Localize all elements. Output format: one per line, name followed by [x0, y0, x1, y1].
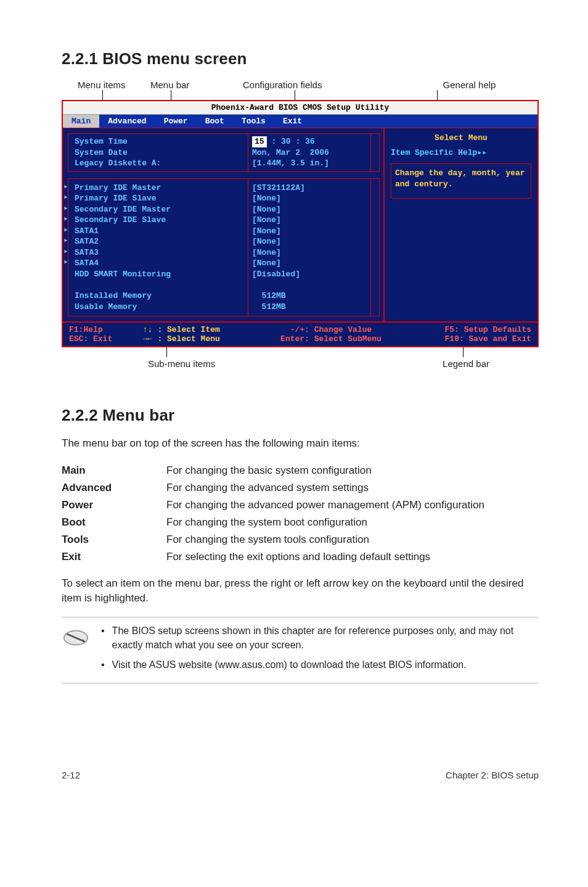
menu-definitions: MainFor changing the basic system config… — [62, 462, 484, 566]
label-config-fields: Configuration fields — [243, 80, 400, 90]
val-sata4: [None] — [252, 258, 281, 269]
def-desc-tools: For changing the system tools configurat… — [166, 531, 484, 548]
val-sata2: [None] — [252, 236, 281, 247]
note-icon — [62, 624, 90, 652]
def-term-power: Power — [62, 497, 166, 514]
tab-main[interactable]: Main — [63, 115, 99, 128]
tab-exit[interactable]: Exit — [274, 115, 311, 128]
val-hdd-smart: [Disabled] — [252, 269, 300, 280]
top-labels: Menu items Menu bar Configuration fields… — [62, 80, 539, 90]
footer-chapter: Chapter 2: BIOS setup — [446, 770, 539, 780]
para-select: To select an item on the menu bar, press… — [62, 576, 539, 606]
def-term-main: Main — [62, 462, 166, 479]
tab-advanced[interactable]: Advanced — [99, 115, 155, 128]
label-menu-items: Menu items — [78, 80, 150, 90]
legend-esc: ESC: Exit — [69, 334, 143, 344]
legend-f5: F5: Setup Defaults — [414, 325, 531, 334]
val-sata3: [None] — [252, 247, 281, 258]
def-desc-advanced: For changing the advanced system setting… — [166, 479, 484, 497]
note-1: The BIOS setup screens shown in this cha… — [112, 624, 539, 652]
help-text: Change the day, month, year and century. — [391, 163, 531, 199]
item-sata3[interactable]: SATA3 — [75, 247, 198, 258]
legend-select-menu: →← : Select Menu — [143, 334, 248, 344]
def-desc-main: For changing the basic system configurat… — [166, 462, 484, 479]
item-sata4[interactable]: SATA4 — [75, 258, 198, 269]
tab-tools[interactable]: Tools — [233, 115, 274, 128]
bios-title: Phoenix-Award BIOS CMOS Setup Utility — [63, 101, 537, 115]
footer-page-number: 2-12 — [62, 770, 80, 780]
def-term-exit: Exit — [62, 548, 166, 566]
item-secondary-ide-slave[interactable]: Secondary IDE Slave — [75, 215, 198, 226]
note-2: Visit the ASUS website (www.asus.com) to… — [112, 658, 467, 672]
item-usable-memory: Usable Memory — [75, 302, 198, 313]
val-legacy-diskette: [1.44M, 3.5 in.] — [252, 158, 329, 169]
def-desc-boot: For changing the system boot configurati… — [166, 514, 484, 531]
tab-power[interactable]: Power — [155, 115, 197, 128]
heading-221: 2.2.1 BIOS menu screen — [62, 49, 539, 68]
item-hdd-smart[interactable]: HDD SMART Monitoring — [75, 269, 198, 280]
item-secondary-ide-master[interactable]: Secondary IDE Master — [75, 204, 198, 215]
label-sub-menu-items: Sub-menu items — [148, 358, 215, 369]
val-primary-ide-master: [ST321122A] — [252, 183, 305, 194]
tab-boot[interactable]: Boot — [197, 115, 233, 128]
item-legacy-diskette[interactable]: Legacy Diskette A: — [75, 158, 198, 169]
legend-change-value: -/+: Change Value — [248, 325, 414, 334]
val-secondary-ide-master: [None] — [252, 204, 281, 215]
help-title: Select Menu — [391, 133, 531, 142]
def-term-advanced: Advanced — [62, 479, 166, 497]
val-time-rest: : 30 : 36 — [267, 137, 315, 146]
label-menu-bar: Menu bar — [150, 80, 243, 90]
def-desc-power: For changing the advanced power manageme… — [166, 497, 484, 514]
bullet-dot-icon: • — [101, 624, 105, 652]
bios-menu-bar: Main Advanced Power Boot Tools Exit — [63, 115, 537, 128]
item-primary-ide-master[interactable]: Primary IDE Master — [75, 183, 198, 194]
item-installed-memory: Installed Memory — [75, 291, 198, 302]
val-time-hour[interactable]: 15 — [252, 136, 267, 147]
item-primary-ide-slave[interactable]: Primary IDE Slave — [75, 193, 198, 204]
bios-help-panel: Select Menu Item Specific Help▸▸ Change … — [385, 128, 537, 321]
help-subtitle: Item Specific Help▸▸ — [391, 147, 531, 157]
def-term-boot: Boot — [62, 514, 166, 531]
label-legend-bar: Legend bar — [443, 358, 539, 369]
item-system-time[interactable]: System Time — [75, 136, 198, 147]
def-term-tools: Tools — [62, 531, 166, 548]
bios-screenshot: Phoenix-Award BIOS CMOS Setup Utility Ma… — [62, 100, 539, 347]
val-installed-memory: 512MB — [252, 291, 286, 302]
val-secondary-ide-slave: [None] — [252, 215, 281, 226]
note-box: •The BIOS setup screens shown in this ch… — [62, 617, 539, 683]
val-system-date: Mon, Mar 2 2006 — [252, 147, 329, 159]
legend-select-submenu: Enter: Select SubMenu — [248, 334, 414, 344]
val-primary-ide-slave: [None] — [252, 193, 281, 204]
legend-f10: F10: Save and Exit — [414, 334, 531, 344]
item-sata1[interactable]: SATA1 — [75, 226, 198, 237]
item-sata2[interactable]: SATA2 — [75, 236, 198, 247]
heading-222: 2.2.2 Menu bar — [62, 406, 539, 425]
val-usable-memory: 512MB — [252, 302, 286, 313]
bullet-dot-icon: • — [101, 658, 105, 672]
item-system-date[interactable]: System Date — [75, 147, 198, 159]
def-desc-exit: For selecting the exit options and loadi… — [166, 548, 484, 566]
label-general-help: General help — [400, 80, 539, 90]
legend-f1: F1:Help — [69, 325, 143, 334]
val-sata1: [None] — [252, 226, 281, 237]
legend-select-item: ↑↓ : Select Item — [143, 325, 248, 334]
bios-legend-bar: F1:Help ESC: Exit ↑↓ : Select Item →← : … — [63, 321, 537, 346]
bios-config-values: 15 : 30 : 36 Mon, Mar 2 2006 [1.44M, 3.5… — [248, 133, 371, 316]
menubar-intro: The menu bar on top of the screen has th… — [62, 436, 539, 452]
